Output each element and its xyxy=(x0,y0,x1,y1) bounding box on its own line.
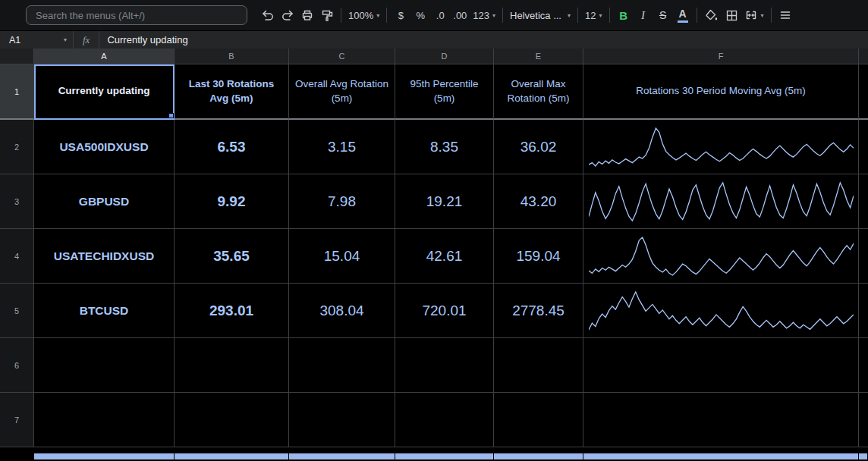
cell-D4[interactable]: 42.61 xyxy=(395,229,494,284)
cell-E5[interactable]: 2778.45 xyxy=(494,284,583,338)
column-header-c[interactable]: C xyxy=(289,49,395,64)
chevron-down-icon: ▾ xyxy=(761,12,764,19)
row-header-7[interactable]: 7 xyxy=(0,393,34,447)
cell-partial xyxy=(859,174,868,229)
percent-format-button[interactable]: % xyxy=(410,5,430,25)
borders-icon xyxy=(725,8,738,22)
column-header-a[interactable]: A xyxy=(34,49,175,64)
currency-format-button[interactable]: $ xyxy=(391,5,410,25)
cell-F3[interactable] xyxy=(583,174,859,229)
text-color-button[interactable]: A xyxy=(673,5,693,25)
row-header-5[interactable]: 5 xyxy=(0,284,34,338)
cell-A3[interactable]: GBPUSD xyxy=(34,174,175,229)
redo-icon xyxy=(281,8,294,22)
font-size-select[interactable]: 12▾ xyxy=(582,5,605,25)
cell-D5[interactable]: 720.01 xyxy=(395,284,494,338)
cell-C2[interactable]: 3.15 xyxy=(289,120,395,174)
cell-C6[interactable] xyxy=(289,338,395,393)
cell-E3[interactable]: 43.20 xyxy=(494,174,583,229)
cell-F7[interactable] xyxy=(583,393,859,447)
fill-handle[interactable] xyxy=(168,113,174,118)
bottom-row-band xyxy=(395,447,494,461)
borders-button[interactable] xyxy=(722,5,741,25)
paint-format-button[interactable] xyxy=(317,5,337,25)
formula-input[interactable]: Currently updating xyxy=(99,34,187,45)
cell-partial xyxy=(859,393,868,447)
cell-C3[interactable]: 7.98 xyxy=(289,174,395,229)
cell-A4[interactable]: USATECHIDXUSD xyxy=(34,229,175,284)
strikethrough-button[interactable]: S xyxy=(653,5,673,25)
increase-decimal-button[interactable]: .00 xyxy=(450,5,470,25)
row-header-4[interactable]: 4 xyxy=(0,229,34,284)
cell-C5[interactable]: 308.04 xyxy=(289,284,395,338)
name-box[interactable]: A1 ▾ xyxy=(0,31,73,49)
toolbar: 100%▾ $ % .0 .00 123▾ Helvetica ...▾ 12▾… xyxy=(0,0,868,30)
select-all-corner[interactable] xyxy=(0,49,34,64)
italic-button[interactable]: I xyxy=(634,5,653,25)
row-header-3[interactable]: 3 xyxy=(0,174,34,229)
cell-partial xyxy=(859,64,868,120)
cell-A2[interactable]: USA500IDXUSD xyxy=(34,120,175,174)
decrease-decimal-button[interactable]: .0 xyxy=(430,5,450,25)
toolbar-separator xyxy=(771,8,772,23)
cell-F4[interactable] xyxy=(583,229,859,284)
horizontal-align-button[interactable] xyxy=(775,5,795,25)
more-formats-label: 123 xyxy=(473,10,489,21)
cell-E1[interactable]: Overall Max Rotation (5m) xyxy=(494,64,583,120)
merge-cells-button[interactable]: ▾ xyxy=(741,5,767,25)
cell-D1[interactable]: 95th Percentile (5m) xyxy=(395,64,494,120)
fill-color-button[interactable] xyxy=(701,5,722,25)
bottom-row-band xyxy=(34,447,175,461)
cell-D3[interactable]: 19.21 xyxy=(395,174,494,229)
cell-B3[interactable]: 9.92 xyxy=(175,174,289,229)
column-header-f[interactable]: F xyxy=(583,49,859,64)
cell-E4[interactable]: 159.04 xyxy=(494,229,583,284)
cell-D7[interactable] xyxy=(395,393,494,447)
font-size-value: 12 xyxy=(585,10,596,21)
column-header-d[interactable]: D xyxy=(395,49,494,64)
cell-A1[interactable]: Currently updating xyxy=(34,64,175,120)
cell-B5[interactable]: 293.01 xyxy=(175,284,289,338)
cell-B2[interactable]: 6.53 xyxy=(175,120,289,174)
cell-B1[interactable]: Last 30 Rotations Avg (5m) xyxy=(175,64,289,120)
cell-F6[interactable] xyxy=(583,338,859,393)
cell-C7[interactable] xyxy=(289,393,395,447)
column-header-b[interactable]: B xyxy=(175,49,289,64)
bottom-row-band xyxy=(859,447,868,461)
row-header-6[interactable]: 6 xyxy=(0,338,34,393)
bold-button[interactable]: B xyxy=(614,5,634,25)
cell-A5[interactable]: BTCUSD xyxy=(34,284,175,338)
cell-E6[interactable] xyxy=(494,338,583,393)
cell-C4[interactable]: 15.04 xyxy=(289,229,395,284)
cell-partial xyxy=(859,338,868,393)
undo-button[interactable] xyxy=(258,5,278,25)
cell-F1[interactable]: Rotations 30 Period Moving Avg (5m) xyxy=(583,64,859,120)
zoom-select[interactable]: 100%▾ xyxy=(345,5,382,25)
sparkline-chart xyxy=(589,235,854,278)
cell-F5[interactable] xyxy=(583,284,859,338)
undo-icon xyxy=(261,8,275,22)
row-header-2[interactable]: 2 xyxy=(0,120,34,174)
more-formats-button[interactable]: 123▾ xyxy=(470,5,498,25)
cell-F2[interactable] xyxy=(583,120,859,174)
cell-D2[interactable]: 8.35 xyxy=(395,120,494,174)
cell-B6[interactable] xyxy=(175,338,289,393)
cell-E2[interactable]: 36.02 xyxy=(494,120,583,174)
redo-button[interactable] xyxy=(278,5,297,25)
paint-format-icon xyxy=(320,8,334,22)
cell-D6[interactable] xyxy=(395,338,494,393)
cell-B4[interactable]: 35.65 xyxy=(175,229,289,284)
cell-E7[interactable] xyxy=(494,393,583,447)
row-header-1[interactable]: 1 xyxy=(0,64,34,120)
cell-A6[interactable] xyxy=(34,338,175,393)
font-family-select[interactable]: Helvetica ...▾ xyxy=(507,5,574,25)
fx-icon: fx xyxy=(74,34,99,46)
cell-A7[interactable] xyxy=(34,393,175,447)
cell-B7[interactable] xyxy=(175,393,289,447)
zoom-value: 100% xyxy=(348,10,373,21)
print-button[interactable] xyxy=(297,5,317,25)
cell-partial xyxy=(859,229,868,284)
menu-search-input[interactable] xyxy=(26,5,247,25)
column-header-e[interactable]: E xyxy=(494,49,583,64)
cell-C1[interactable]: Overall Avg Rotation (5m) xyxy=(289,64,395,120)
